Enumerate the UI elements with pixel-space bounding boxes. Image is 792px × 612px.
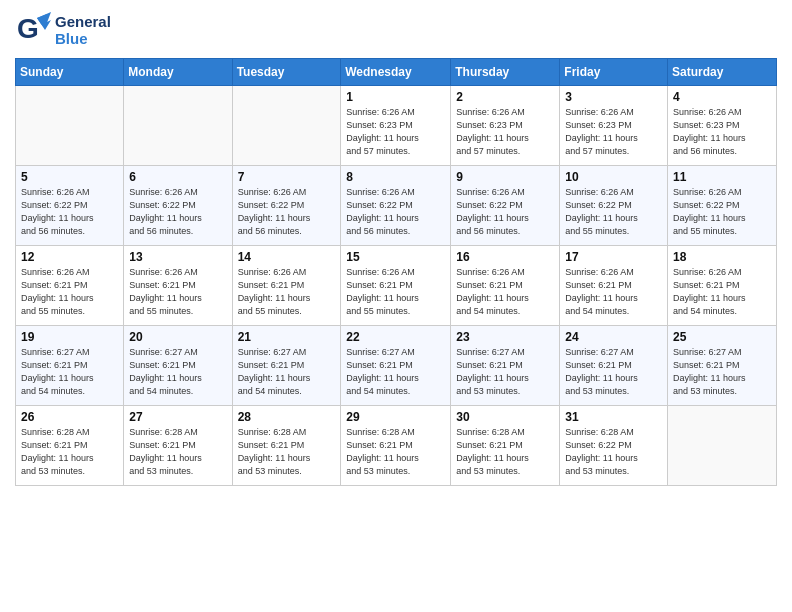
- calendar-cell: 8Sunrise: 6:26 AM Sunset: 6:22 PM Daylig…: [341, 166, 451, 246]
- svg-text:G: G: [17, 13, 39, 44]
- day-number: 24: [565, 330, 662, 344]
- day-info: Sunrise: 6:26 AM Sunset: 6:21 PM Dayligh…: [346, 266, 445, 318]
- calendar-page: G General Blue SundayMondayTuesdayWednes…: [0, 0, 792, 612]
- day-info: Sunrise: 6:26 AM Sunset: 6:22 PM Dayligh…: [456, 186, 554, 238]
- calendar-cell: 21Sunrise: 6:27 AM Sunset: 6:21 PM Dayli…: [232, 326, 341, 406]
- calendar-cell: 3Sunrise: 6:26 AM Sunset: 6:23 PM Daylig…: [560, 86, 668, 166]
- calendar-cell: 6Sunrise: 6:26 AM Sunset: 6:22 PM Daylig…: [124, 166, 232, 246]
- day-info: Sunrise: 6:26 AM Sunset: 6:22 PM Dayligh…: [565, 186, 662, 238]
- day-info: Sunrise: 6:26 AM Sunset: 6:23 PM Dayligh…: [673, 106, 771, 158]
- weekday-header-saturday: Saturday: [668, 59, 777, 86]
- day-number: 6: [129, 170, 226, 184]
- day-info: Sunrise: 6:28 AM Sunset: 6:21 PM Dayligh…: [129, 426, 226, 478]
- calendar-cell: [232, 86, 341, 166]
- weekday-header-thursday: Thursday: [451, 59, 560, 86]
- calendar-cell: 13Sunrise: 6:26 AM Sunset: 6:21 PM Dayli…: [124, 246, 232, 326]
- day-info: Sunrise: 6:27 AM Sunset: 6:21 PM Dayligh…: [456, 346, 554, 398]
- calendar-cell: [124, 86, 232, 166]
- day-info: Sunrise: 6:26 AM Sunset: 6:22 PM Dayligh…: [238, 186, 336, 238]
- day-info: Sunrise: 6:27 AM Sunset: 6:21 PM Dayligh…: [565, 346, 662, 398]
- calendar-cell: [668, 406, 777, 486]
- calendar-cell: 14Sunrise: 6:26 AM Sunset: 6:21 PM Dayli…: [232, 246, 341, 326]
- calendar-cell: 2Sunrise: 6:26 AM Sunset: 6:23 PM Daylig…: [451, 86, 560, 166]
- day-number: 20: [129, 330, 226, 344]
- calendar-cell: [16, 86, 124, 166]
- day-info: Sunrise: 6:26 AM Sunset: 6:22 PM Dayligh…: [346, 186, 445, 238]
- day-number: 9: [456, 170, 554, 184]
- day-info: Sunrise: 6:27 AM Sunset: 6:21 PM Dayligh…: [21, 346, 118, 398]
- day-number: 8: [346, 170, 445, 184]
- day-info: Sunrise: 6:26 AM Sunset: 6:21 PM Dayligh…: [673, 266, 771, 318]
- calendar-cell: 17Sunrise: 6:26 AM Sunset: 6:21 PM Dayli…: [560, 246, 668, 326]
- day-number: 2: [456, 90, 554, 104]
- day-number: 19: [21, 330, 118, 344]
- calendar-week-2: 5Sunrise: 6:26 AM Sunset: 6:22 PM Daylig…: [16, 166, 777, 246]
- calendar-cell: 4Sunrise: 6:26 AM Sunset: 6:23 PM Daylig…: [668, 86, 777, 166]
- day-info: Sunrise: 6:28 AM Sunset: 6:21 PM Dayligh…: [456, 426, 554, 478]
- calendar-cell: 20Sunrise: 6:27 AM Sunset: 6:21 PM Dayli…: [124, 326, 232, 406]
- day-info: Sunrise: 6:26 AM Sunset: 6:23 PM Dayligh…: [565, 106, 662, 158]
- day-info: Sunrise: 6:26 AM Sunset: 6:21 PM Dayligh…: [21, 266, 118, 318]
- weekday-header-wednesday: Wednesday: [341, 59, 451, 86]
- day-number: 1: [346, 90, 445, 104]
- calendar-cell: 22Sunrise: 6:27 AM Sunset: 6:21 PM Dayli…: [341, 326, 451, 406]
- calendar-cell: 19Sunrise: 6:27 AM Sunset: 6:21 PM Dayli…: [16, 326, 124, 406]
- day-number: 22: [346, 330, 445, 344]
- calendar-cell: 10Sunrise: 6:26 AM Sunset: 6:22 PM Dayli…: [560, 166, 668, 246]
- day-info: Sunrise: 6:26 AM Sunset: 6:22 PM Dayligh…: [21, 186, 118, 238]
- day-number: 4: [673, 90, 771, 104]
- day-info: Sunrise: 6:26 AM Sunset: 6:21 PM Dayligh…: [565, 266, 662, 318]
- calendar-header: SundayMondayTuesdayWednesdayThursdayFrid…: [16, 59, 777, 86]
- calendar-cell: 16Sunrise: 6:26 AM Sunset: 6:21 PM Dayli…: [451, 246, 560, 326]
- day-info: Sunrise: 6:26 AM Sunset: 6:22 PM Dayligh…: [673, 186, 771, 238]
- calendar-cell: 7Sunrise: 6:26 AM Sunset: 6:22 PM Daylig…: [232, 166, 341, 246]
- weekday-header-sunday: Sunday: [16, 59, 124, 86]
- day-info: Sunrise: 6:26 AM Sunset: 6:21 PM Dayligh…: [129, 266, 226, 318]
- calendar-cell: 31Sunrise: 6:28 AM Sunset: 6:22 PM Dayli…: [560, 406, 668, 486]
- day-number: 16: [456, 250, 554, 264]
- calendar-cell: 29Sunrise: 6:28 AM Sunset: 6:21 PM Dayli…: [341, 406, 451, 486]
- day-number: 7: [238, 170, 336, 184]
- day-info: Sunrise: 6:26 AM Sunset: 6:21 PM Dayligh…: [456, 266, 554, 318]
- weekday-header-friday: Friday: [560, 59, 668, 86]
- day-number: 26: [21, 410, 118, 424]
- calendar-cell: 1Sunrise: 6:26 AM Sunset: 6:23 PM Daylig…: [341, 86, 451, 166]
- calendar-table: SundayMondayTuesdayWednesdayThursdayFrid…: [15, 58, 777, 486]
- day-number: 25: [673, 330, 771, 344]
- calendar-cell: 12Sunrise: 6:26 AM Sunset: 6:21 PM Dayli…: [16, 246, 124, 326]
- day-number: 28: [238, 410, 336, 424]
- logo-text: General Blue: [55, 13, 111, 48]
- header: G General Blue: [15, 10, 777, 50]
- day-number: 14: [238, 250, 336, 264]
- day-info: Sunrise: 6:28 AM Sunset: 6:22 PM Dayligh…: [565, 426, 662, 478]
- calendar-cell: 27Sunrise: 6:28 AM Sunset: 6:21 PM Dayli…: [124, 406, 232, 486]
- day-info: Sunrise: 6:27 AM Sunset: 6:21 PM Dayligh…: [238, 346, 336, 398]
- calendar-cell: 18Sunrise: 6:26 AM Sunset: 6:21 PM Dayli…: [668, 246, 777, 326]
- calendar-cell: 11Sunrise: 6:26 AM Sunset: 6:22 PM Dayli…: [668, 166, 777, 246]
- day-number: 29: [346, 410, 445, 424]
- day-number: 5: [21, 170, 118, 184]
- calendar-cell: 15Sunrise: 6:26 AM Sunset: 6:21 PM Dayli…: [341, 246, 451, 326]
- day-number: 12: [21, 250, 118, 264]
- day-number: 13: [129, 250, 226, 264]
- day-number: 27: [129, 410, 226, 424]
- svg-marker-1: [37, 12, 51, 28]
- day-number: 18: [673, 250, 771, 264]
- day-info: Sunrise: 6:26 AM Sunset: 6:23 PM Dayligh…: [456, 106, 554, 158]
- calendar-week-3: 12Sunrise: 6:26 AM Sunset: 6:21 PM Dayli…: [16, 246, 777, 326]
- day-number: 3: [565, 90, 662, 104]
- calendar-cell: 5Sunrise: 6:26 AM Sunset: 6:22 PM Daylig…: [16, 166, 124, 246]
- calendar-cell: 25Sunrise: 6:27 AM Sunset: 6:21 PM Dayli…: [668, 326, 777, 406]
- day-number: 17: [565, 250, 662, 264]
- day-info: Sunrise: 6:28 AM Sunset: 6:21 PM Dayligh…: [21, 426, 118, 478]
- day-number: 10: [565, 170, 662, 184]
- day-number: 31: [565, 410, 662, 424]
- day-info: Sunrise: 6:27 AM Sunset: 6:21 PM Dayligh…: [129, 346, 226, 398]
- logo-icon: G: [15, 10, 51, 50]
- day-info: Sunrise: 6:27 AM Sunset: 6:21 PM Dayligh…: [346, 346, 445, 398]
- day-info: Sunrise: 6:28 AM Sunset: 6:21 PM Dayligh…: [346, 426, 445, 478]
- calendar-cell: 28Sunrise: 6:28 AM Sunset: 6:21 PM Dayli…: [232, 406, 341, 486]
- calendar-cell: 23Sunrise: 6:27 AM Sunset: 6:21 PM Dayli…: [451, 326, 560, 406]
- calendar-cell: 30Sunrise: 6:28 AM Sunset: 6:21 PM Dayli…: [451, 406, 560, 486]
- day-info: Sunrise: 6:26 AM Sunset: 6:22 PM Dayligh…: [129, 186, 226, 238]
